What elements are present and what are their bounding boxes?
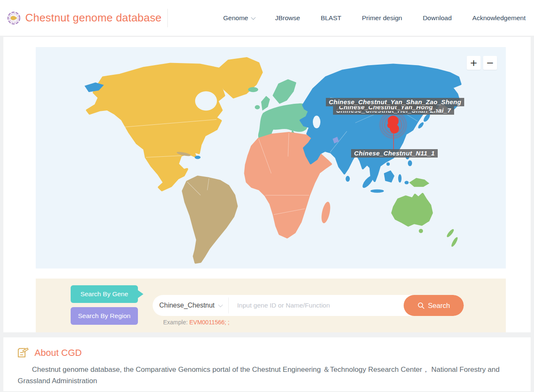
about-section: About CGD Chestnut genome database, the … bbox=[3, 337, 531, 391]
world-map[interactable]: Chinese_Chestnut_Yan_Shan_Zao_Sheng Chin… bbox=[36, 47, 506, 268]
search-button[interactable]: Search bbox=[404, 295, 464, 316]
region-uk bbox=[261, 96, 270, 110]
example-gene-id[interactable]: EVM0011566; ; bbox=[189, 319, 229, 326]
nav-download[interactable]: Download bbox=[423, 14, 452, 22]
region-madagascar bbox=[320, 201, 332, 224]
zoom-in-button[interactable]: + bbox=[467, 56, 481, 70]
region-iceland bbox=[248, 87, 258, 92]
nav-acknowledgement[interactable]: Acknowledgement bbox=[472, 14, 526, 22]
site-logo-icon bbox=[7, 11, 21, 25]
region-australia bbox=[392, 194, 432, 226]
nav-genome[interactable]: Genome bbox=[223, 14, 254, 22]
site-title: Chestnut genome database bbox=[25, 11, 161, 24]
region-new-guinea bbox=[409, 178, 429, 187]
header-divider bbox=[167, 9, 168, 27]
example-hint: Example: EVM0011566; ; bbox=[163, 319, 230, 326]
search-by-gene-tab[interactable]: Search By Gene bbox=[71, 285, 138, 303]
nav-blast[interactable]: BLAST bbox=[321, 14, 341, 22]
search-by-region-tab[interactable]: Search By Region bbox=[71, 307, 138, 325]
about-title: About CGD bbox=[34, 347, 82, 358]
species-select[interactable]: Chinese_Chestnut bbox=[153, 295, 228, 316]
about-icon bbox=[18, 347, 29, 358]
region-scandinavia bbox=[273, 80, 296, 103]
search-panel: Search By Gene Search By Region Chinese_… bbox=[36, 279, 506, 332]
marker-label-yan-shan-zao-sheng[interactable]: Chinese_Chestnut_Yan_Shan_Zao_Sheng bbox=[326, 98, 464, 106]
region-south-america bbox=[183, 177, 237, 263]
gene-search-bar: Chinese_Chestnut Search bbox=[153, 295, 464, 316]
nav-jbrowse[interactable]: JBrowse bbox=[275, 14, 300, 22]
region-north-america bbox=[87, 64, 227, 190]
gene-search-input[interactable] bbox=[229, 295, 414, 316]
active-tab-pointer bbox=[137, 290, 143, 298]
map-zoom-controls: + − bbox=[467, 56, 497, 70]
main-nav: Genome JBrowse BLAST Primer design Downl… bbox=[223, 14, 526, 22]
marker-label-n11[interactable]: Chinese_Chestnut_N11_1 bbox=[351, 149, 438, 158]
about-text: Chestnut genome database, the Comparativ… bbox=[18, 364, 516, 387]
world-map-canvas bbox=[36, 47, 506, 268]
header: Chestnut genome database Genome JBrowse … bbox=[0, 0, 534, 36]
chevron-down-icon bbox=[251, 15, 256, 19]
search-icon bbox=[418, 302, 425, 309]
nav-primer-design[interactable]: Primer design bbox=[362, 14, 402, 22]
main-card: Chinese_Chestnut_Yan_Shan_Zao_Sheng Chin… bbox=[3, 37, 531, 332]
select-chevron-icon bbox=[218, 303, 223, 307]
zoom-out-button[interactable]: − bbox=[483, 56, 497, 70]
